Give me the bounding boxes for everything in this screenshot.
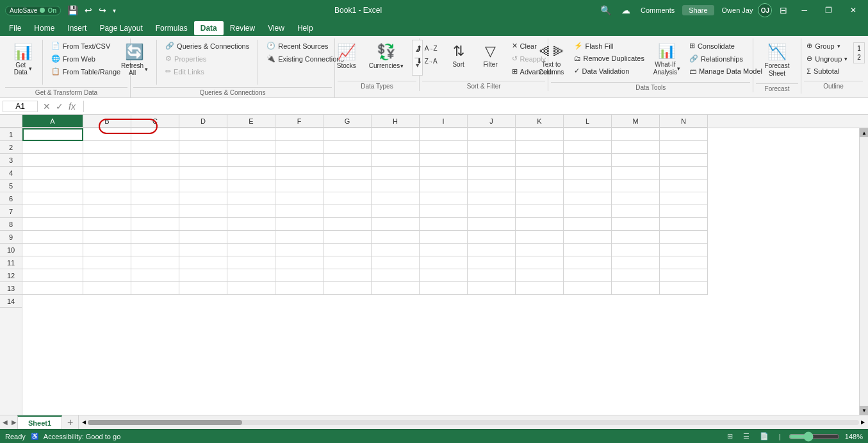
cell-C10[interactable] — [131, 244, 179, 256]
redo-icon[interactable]: ↪ — [96, 3, 109, 17]
cell-E8[interactable] — [227, 218, 275, 231]
cell-B12[interactable] — [83, 269, 131, 282]
cell-H8[interactable] — [372, 218, 420, 231]
cell-name-box[interactable] — [3, 101, 38, 112]
cell-I3[interactable] — [420, 154, 468, 167]
cell-C3[interactable] — [131, 154, 179, 167]
search-ribbon-icon[interactable]: 🔍 — [598, 4, 614, 17]
cell-E12[interactable] — [227, 269, 275, 282]
cell-A4[interactable] — [22, 167, 83, 180]
cell-M4[interactable] — [612, 167, 660, 180]
cell-B11[interactable] — [83, 256, 131, 269]
cell-B8[interactable] — [83, 218, 131, 231]
cell-N6[interactable] — [660, 192, 708, 205]
cell-K12[interactable] — [516, 269, 564, 282]
stocks-button[interactable]: 📈 Stocks — [331, 40, 362, 72]
cell-H9[interactable] — [372, 231, 420, 244]
user-avatar[interactable]: OJ — [758, 3, 772, 17]
menu-page-layout[interactable]: Page Layout — [93, 21, 149, 35]
col-header-H[interactable]: H — [372, 115, 420, 128]
cell-B3[interactable] — [83, 154, 131, 167]
cell-D4[interactable] — [179, 167, 227, 180]
cell-K5[interactable] — [516, 180, 564, 192]
cell-D10[interactable] — [179, 244, 227, 256]
cell-A1[interactable] — [22, 128, 83, 141]
cell-C11[interactable] — [131, 256, 179, 269]
cell-F5[interactable] — [275, 180, 323, 192]
select-all-button[interactable] — [0, 115, 22, 128]
sort-za-button[interactable]: ⬇ Z→A — [412, 55, 442, 67]
group-button[interactable]: ⊕ Group ▾ — [802, 40, 852, 52]
cell-B1[interactable] — [83, 128, 131, 141]
row-number-5[interactable]: 5 — [0, 180, 22, 192]
cell-A3[interactable] — [22, 154, 83, 167]
cell-C12[interactable] — [131, 269, 179, 282]
menu-review[interactable]: Review — [224, 21, 261, 35]
customize-quick-access-icon[interactable]: ▾ — [110, 5, 119, 16]
cell-B6[interactable] — [83, 192, 131, 205]
menu-formulas[interactable]: Formulas — [149, 21, 194, 35]
cell-A9[interactable] — [22, 231, 83, 244]
cell-E3[interactable] — [227, 154, 275, 167]
cell-K11[interactable] — [516, 256, 564, 269]
cell-L1[interactable] — [564, 128, 612, 141]
cell-A11[interactable] — [22, 256, 83, 269]
formula-cancel-icon[interactable]: ✕ — [43, 101, 51, 112]
h-scroll-left-icon[interactable]: ◀ — [80, 419, 88, 425]
cell-J8[interactable] — [468, 218, 516, 231]
cell-B4[interactable] — [83, 167, 131, 180]
cell-L7[interactable] — [564, 205, 612, 218]
cell-E9[interactable] — [227, 231, 275, 244]
row-number-13[interactable]: 13 — [0, 282, 22, 295]
row-number-9[interactable]: 9 — [0, 231, 22, 244]
cell-A8[interactable] — [22, 218, 83, 231]
cell-J9[interactable] — [468, 231, 516, 244]
cell-G7[interactable] — [323, 205, 372, 218]
cell-L5[interactable] — [564, 180, 612, 192]
properties-button[interactable]: ⚙ Properties — [161, 53, 254, 65]
data-validation-button[interactable]: ✓ Data Validation — [569, 65, 649, 77]
cell-D11[interactable] — [179, 256, 227, 269]
cell-F13[interactable] — [275, 282, 323, 295]
cell-G8[interactable] — [323, 218, 372, 231]
cell-K2[interactable] — [516, 141, 564, 154]
cell-J4[interactable] — [468, 167, 516, 180]
cell-K7[interactable] — [516, 205, 564, 218]
get-data-button[interactable]: 📊 GetData ▾ — [8, 40, 38, 79]
col-header-E[interactable]: E — [227, 115, 275, 128]
filter-button[interactable]: ▽ Filter — [475, 40, 506, 71]
page-break-view-icon[interactable]: 📄 — [757, 431, 771, 442]
cell-C9[interactable] — [131, 231, 179, 244]
cell-D7[interactable] — [179, 205, 227, 218]
cell-N10[interactable] — [660, 244, 708, 256]
cell-M8[interactable] — [612, 218, 660, 231]
col-header-D[interactable]: D — [179, 115, 227, 128]
edit-links-button[interactable]: ✏ Edit Links — [161, 65, 254, 78]
cell-B13[interactable] — [83, 282, 131, 295]
page-layout-view-icon[interactable]: ☰ — [741, 431, 752, 442]
col-header-M[interactable]: M — [612, 115, 660, 128]
row-number-14[interactable]: 14 — [0, 295, 22, 308]
cell-K6[interactable] — [516, 192, 564, 205]
currencies-button[interactable]: 💱 Currencies ▾ — [363, 40, 409, 72]
tab-scroll-left-icon[interactable]: ◀ — [0, 419, 10, 426]
cloud-icon[interactable]: ☁ — [619, 4, 633, 17]
cell-F2[interactable] — [275, 141, 323, 154]
cell-J7[interactable] — [468, 205, 516, 218]
cell-F3[interactable] — [275, 154, 323, 167]
cell-G5[interactable] — [323, 180, 372, 192]
cell-D5[interactable] — [179, 180, 227, 192]
cell-G2[interactable] — [323, 141, 372, 154]
cell-E10[interactable] — [227, 244, 275, 256]
cell-H4[interactable] — [372, 167, 420, 180]
cell-E2[interactable] — [227, 141, 275, 154]
cell-D13[interactable] — [179, 282, 227, 295]
col-header-I[interactable]: I — [420, 115, 468, 128]
cell-N8[interactable] — [660, 218, 708, 231]
cell-I6[interactable] — [420, 192, 468, 205]
cell-L11[interactable] — [564, 256, 612, 269]
row-number-11[interactable]: 11 — [0, 256, 22, 269]
cell-F8[interactable] — [275, 218, 323, 231]
sort-button[interactable]: ⇅ Sort — [443, 40, 474, 71]
cell-L4[interactable] — [564, 167, 612, 180]
